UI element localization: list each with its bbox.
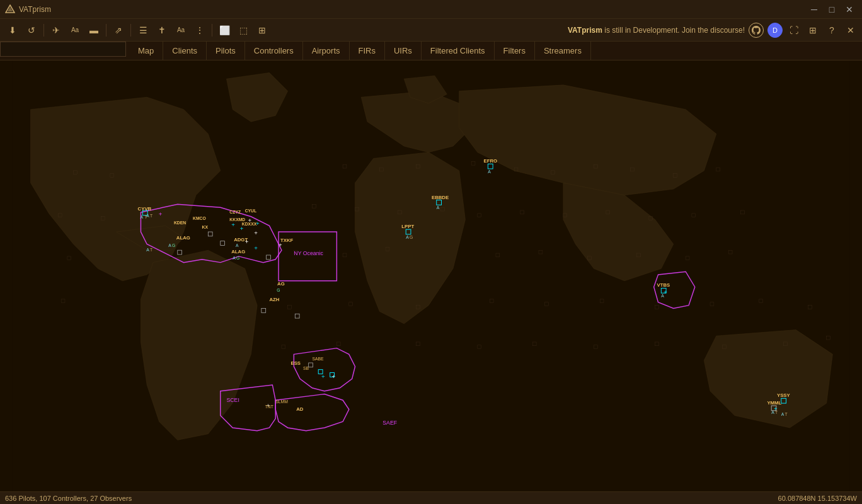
svg-text:G: G	[236, 256, 239, 260]
svg-text:AD: AD	[296, 406, 304, 412]
pin-button[interactable]: ✝	[153, 21, 171, 39]
search-input[interactable]	[1, 42, 125, 56]
svg-text:G: G	[277, 288, 280, 292]
svg-text:VTBS: VTBS	[657, 282, 670, 288]
tab-firs[interactable]: FIRs	[350, 42, 385, 60]
tab-uirs[interactable]: UIRs	[385, 42, 422, 60]
svg-text:+: +	[245, 238, 249, 245]
refresh-button[interactable]: ↺	[23, 21, 40, 39]
status-text: 636 Pilots, 107 Controllers, 27 Observer…	[5, 495, 132, 502]
tab-controllers[interactable]: Controllers	[245, 42, 303, 60]
svg-text:TNT: TNT	[265, 404, 273, 409]
svg-text:SLMM: SLMM	[275, 399, 288, 404]
svg-text:A: A	[437, 205, 440, 210]
svg-text:SABE: SABE	[313, 357, 325, 361]
navtabs: Map Clients Pilots Controllers Airports …	[0, 42, 862, 60]
tab-airports[interactable]: Airports	[303, 42, 350, 60]
rect2-button[interactable]: ⬚	[234, 21, 252, 39]
searchbar[interactable]	[0, 42, 126, 57]
tab-filtered-clients[interactable]: Filtered Clients	[422, 42, 495, 60]
svg-text:KDEN: KDEN	[174, 220, 186, 225]
tab-streamers[interactable]: Streamers	[535, 42, 591, 60]
toolbar-separator-4	[212, 24, 212, 37]
svg-text:+: +	[159, 210, 163, 217]
toolbar-separator-1	[43, 24, 44, 37]
layers-button[interactable]: ⊞	[253, 21, 271, 39]
svg-text:CYVR: CYVR	[138, 206, 152, 212]
svg-text:T: T	[150, 248, 152, 252]
share-button[interactable]: ⇗	[110, 21, 127, 39]
svg-text:G: G	[172, 243, 175, 248]
download-button[interactable]: ⬇	[4, 21, 21, 39]
svg-text:+: +	[254, 229, 258, 236]
close-button[interactable]: ✕	[842, 2, 857, 17]
toolbar-right: VATprism is still in Development. Join t…	[568, 23, 858, 38]
svg-text:+: +	[774, 405, 778, 412]
titlebar-controls: ─ □ ✕	[807, 2, 857, 17]
ruler-button[interactable]: ▬	[85, 21, 103, 39]
svg-text:A: A	[146, 248, 149, 252]
maximize-button[interactable]: □	[824, 2, 839, 17]
svg-text:EFRO: EFRO	[484, 158, 498, 164]
svg-text:G: G	[410, 235, 413, 239]
dev-notice: VATprism is still in Development. Join t…	[568, 26, 745, 35]
svg-text:ALAG: ALAG	[176, 235, 190, 241]
svg-text:YSSY: YSSY	[777, 392, 791, 398]
discord-icon[interactable]: D	[767, 23, 783, 38]
tab-clients[interactable]: Clients	[163, 42, 207, 60]
svg-text:SCEI: SCEI	[226, 397, 239, 403]
svg-text:TXKF: TXKF	[280, 238, 294, 243]
rect-button[interactable]: ⬜	[216, 21, 233, 39]
svg-text:+: +	[248, 217, 251, 224]
svg-text:A: A	[781, 412, 784, 416]
svg-text:ALAG: ALAG	[231, 249, 245, 255]
svg-text:A: A	[233, 256, 236, 260]
fullscreen-icon[interactable]: ⛶	[786, 23, 802, 38]
svg-text:KX: KX	[202, 225, 209, 229]
menu-button[interactable]: ☰	[134, 21, 152, 39]
toolbar: ⬇ ↺ ✈ Aa ▬ ⇗ ☰ ✝ Aa ⋮ ⬜ ⬚ ⊞ VATprism is …	[0, 19, 862, 42]
svg-text:ESS: ESS	[291, 360, 301, 366]
svg-text:+: +	[256, 220, 260, 227]
svg-text:AZH: AZH	[270, 297, 280, 302]
svg-text:A: A	[406, 235, 409, 239]
svg-text:A: A	[140, 215, 143, 219]
filter2-button[interactable]: ⋮	[191, 21, 209, 39]
svg-text:A: A	[236, 243, 239, 248]
svg-text:T: T	[785, 412, 788, 416]
svg-text:A: A	[146, 214, 149, 218]
statusbar: 636 Pilots, 107 Controllers, 27 Observer…	[0, 491, 862, 504]
coordinates-display: 60.087848N 15.153734W	[778, 495, 857, 502]
svg-text:+: +	[231, 221, 235, 228]
svg-text:KMCO: KMCO	[193, 216, 206, 220]
svg-text:SAEF: SAEF	[382, 420, 397, 426]
text-size-button[interactable]: Aa	[66, 21, 84, 39]
tab-map[interactable]: Map	[129, 42, 163, 60]
svg-text:T: T	[150, 214, 152, 218]
svg-text:NY Oceanic: NY Oceanic	[294, 250, 323, 256]
svg-text:+: +	[240, 225, 244, 232]
titlebar: VATprism ─ □ ✕	[0, 0, 862, 19]
font-button[interactable]: Aa	[172, 21, 190, 39]
svg-text:A: A	[168, 243, 171, 248]
svg-text:CZYZ: CZYZ	[229, 210, 241, 214]
map[interactable]: CYVR A T EBBDE A EFRO A LPPT A G VTBS A …	[0, 60, 862, 491]
brand-name: VATprism	[568, 26, 602, 35]
tab-pilots[interactable]: Pilots	[207, 42, 245, 60]
svg-text:SB: SB	[303, 366, 309, 370]
app-logo	[5, 4, 15, 14]
world-map-svg: CYVR A T EBBDE A EFRO A LPPT A G VTBS A …	[0, 60, 862, 491]
tab-filters[interactable]: Filters	[495, 42, 535, 60]
toolbar-separator-3	[130, 24, 131, 37]
titlebar-left: VATprism	[5, 4, 51, 14]
svg-text:LPPT: LPPT	[401, 224, 414, 229]
minimize-button[interactable]: ─	[807, 2, 822, 17]
github-icon[interactable]	[749, 23, 764, 38]
app-title: VATprism	[19, 5, 51, 14]
grid-settings-icon[interactable]: ⊞	[805, 23, 820, 38]
help-icon[interactable]: ?	[824, 23, 839, 38]
svg-text:AG: AG	[277, 281, 285, 287]
aircraft-button[interactable]: ✈	[47, 21, 65, 39]
close-app-icon[interactable]: ✕	[843, 23, 858, 38]
svg-text:+: +	[254, 244, 258, 251]
